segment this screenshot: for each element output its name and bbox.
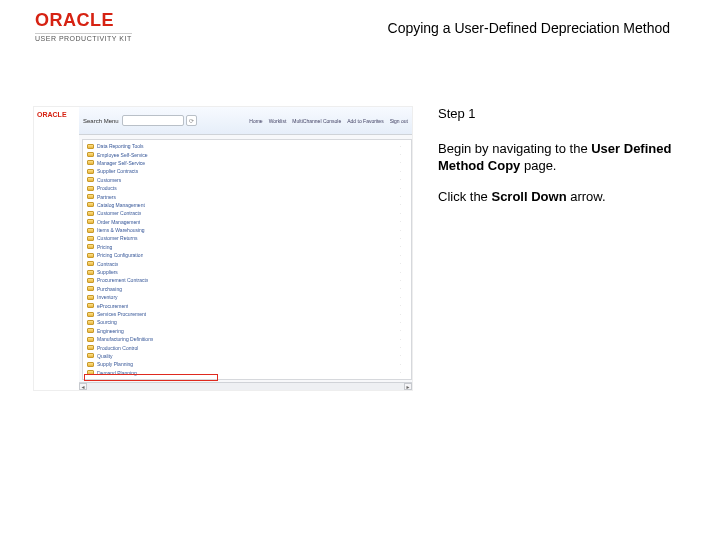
nav-tree-item-label: Customer Returns bbox=[97, 235, 138, 241]
link-fav[interactable]: Add to Favorites bbox=[347, 118, 383, 124]
expand-icon[interactable]: · bbox=[400, 261, 401, 266]
expand-icon[interactable]: · bbox=[400, 186, 401, 191]
link-home[interactable]: Home bbox=[249, 118, 262, 124]
expand-icon[interactable]: · bbox=[400, 236, 401, 241]
expand-icon[interactable]: · bbox=[400, 194, 401, 199]
nav-tree[interactable]: Data Reporting Tools·Employee Self-Servi… bbox=[82, 139, 412, 380]
folder-icon bbox=[87, 169, 94, 174]
expand-icon[interactable]: · bbox=[400, 278, 401, 283]
nav-tree-item-label: Contracts bbox=[97, 261, 118, 267]
callout-highlight bbox=[84, 374, 218, 381]
expand-icon[interactable]: · bbox=[400, 362, 401, 367]
link-worklist[interactable]: Worklist bbox=[269, 118, 287, 124]
expand-icon[interactable]: · bbox=[400, 228, 401, 233]
nav-tree-item[interactable]: Partners· bbox=[83, 192, 411, 200]
nav-tree-item[interactable]: Catalog Management· bbox=[83, 201, 411, 209]
nav-tree-item-label: Customer Contracts bbox=[97, 210, 141, 216]
folder-icon bbox=[87, 261, 94, 266]
nav-tree-item-label: Partners bbox=[97, 194, 116, 200]
scroll-left-button[interactable]: ◄ bbox=[79, 383, 87, 390]
folder-icon bbox=[87, 253, 94, 258]
upk-subtitle: USER PRODUCTIVITY KIT bbox=[35, 33, 132, 42]
nav-toolbar: Search Menu ⟳ Home Worklist MultiChannel… bbox=[79, 107, 412, 135]
nav-tree-item[interactable]: Supplier Contracts· bbox=[83, 167, 411, 175]
expand-icon[interactable]: · bbox=[400, 144, 401, 149]
nav-tree-item-label: Data Reporting Tools bbox=[97, 143, 144, 149]
nav-tree-item[interactable]: Employee Self-Service· bbox=[83, 150, 411, 158]
folder-icon bbox=[87, 295, 94, 300]
expand-icon[interactable]: · bbox=[400, 160, 401, 165]
folder-icon bbox=[87, 286, 94, 291]
expand-icon[interactable]: · bbox=[400, 286, 401, 291]
nav-tree-item[interactable]: Data Reporting Tools· bbox=[83, 142, 411, 150]
nav-tree-item[interactable]: Products· bbox=[83, 184, 411, 192]
nav-tree-item[interactable]: Customer Contracts· bbox=[83, 209, 411, 217]
nav-tree-item[interactable]: Services Procurement· bbox=[83, 310, 411, 318]
nav-tree-item[interactable]: Purchasing· bbox=[83, 285, 411, 293]
expand-icon[interactable]: · bbox=[400, 345, 401, 350]
oracle-logo: ORACLE bbox=[35, 10, 132, 31]
nav-tree-item[interactable]: Customer Returns· bbox=[83, 234, 411, 242]
folder-icon bbox=[87, 211, 94, 216]
search-go-button[interactable]: ⟳ bbox=[186, 115, 197, 126]
nav-tree-item-label: Supplier Contracts bbox=[97, 168, 138, 174]
folder-icon bbox=[87, 244, 94, 249]
link-signout[interactable]: Sign out bbox=[390, 118, 408, 124]
nav-tree-item[interactable]: Order Management· bbox=[83, 218, 411, 226]
expand-icon[interactable]: · bbox=[400, 152, 401, 157]
nav-tree-item[interactable]: Pricing Configuration· bbox=[83, 251, 411, 259]
nav-tree-item[interactable]: Customers· bbox=[83, 176, 411, 184]
expand-icon[interactable]: · bbox=[400, 337, 401, 342]
expand-icon[interactable]: · bbox=[400, 328, 401, 333]
nav-tree-item-label: Services Procurement bbox=[97, 311, 146, 317]
nav-tree-item[interactable]: Manufacturing Definitions· bbox=[83, 335, 411, 343]
nav-tree-item[interactable]: Suppliers· bbox=[83, 268, 411, 276]
nav-tree-item-label: Engineering bbox=[97, 328, 124, 334]
nav-tree-item-label: Catalog Management bbox=[97, 202, 145, 208]
expand-icon[interactable]: · bbox=[400, 312, 401, 317]
folder-icon bbox=[87, 186, 94, 191]
expand-icon[interactable]: · bbox=[400, 202, 401, 207]
expand-icon[interactable]: · bbox=[400, 303, 401, 308]
expand-icon[interactable]: · bbox=[400, 320, 401, 325]
nav-tree-item[interactable]: Production Control· bbox=[83, 343, 411, 351]
nav-tree-item[interactable]: Engineering· bbox=[83, 327, 411, 335]
folder-icon bbox=[87, 228, 94, 233]
nav-tree-item[interactable]: Inventory· bbox=[83, 293, 411, 301]
nav-tree-item[interactable]: Sourcing· bbox=[83, 318, 411, 326]
folder-icon bbox=[87, 320, 94, 325]
expand-icon[interactable]: · bbox=[400, 169, 401, 174]
expand-icon[interactable]: · bbox=[400, 253, 401, 258]
folder-icon bbox=[87, 144, 94, 149]
nav-tree-item[interactable]: Contracts· bbox=[83, 259, 411, 267]
nav-tree-item-label: Items & Warehousing bbox=[97, 227, 145, 233]
nav-tree-item[interactable]: Procurement Contracts· bbox=[83, 276, 411, 284]
expand-icon[interactable]: · bbox=[400, 177, 401, 182]
nav-tree-item-label: Manufacturing Definitions bbox=[97, 336, 153, 342]
expand-icon[interactable]: · bbox=[400, 379, 401, 380]
header-links: Home Worklist MultiChannel Console Add t… bbox=[249, 118, 408, 124]
expand-icon[interactable]: · bbox=[400, 295, 401, 300]
nav-tree-item[interactable]: eProcurement· bbox=[83, 301, 411, 309]
expand-icon[interactable]: · bbox=[400, 244, 401, 249]
instruction-line-1: Begin by navigating to the User Defined … bbox=[438, 141, 680, 175]
nav-tree-item-label: Production Control bbox=[97, 345, 138, 351]
nav-tree-item[interactable]: Pricing· bbox=[83, 243, 411, 251]
expand-icon[interactable]: · bbox=[400, 353, 401, 358]
nav-tree-item[interactable]: Quality· bbox=[83, 352, 411, 360]
search-input[interactable] bbox=[122, 115, 184, 126]
horizontal-scrollbar[interactable]: ◄ ► bbox=[79, 382, 412, 390]
link-mcc[interactable]: MultiChannel Console bbox=[292, 118, 341, 124]
nav-tree-item[interactable]: Manager Self-Service· bbox=[83, 159, 411, 167]
nav-tree-item-label: Manager Self-Service bbox=[97, 160, 145, 166]
expand-icon[interactable]: · bbox=[400, 370, 401, 375]
folder-icon bbox=[87, 362, 94, 367]
nav-tree-item[interactable]: Items & Warehousing· bbox=[83, 226, 411, 234]
nav-tree-item[interactable]: Supply Planning· bbox=[83, 360, 411, 368]
nav-tree-item-label: Products bbox=[97, 185, 117, 191]
nav-tree-item-label: Purchasing bbox=[97, 286, 122, 292]
expand-icon[interactable]: · bbox=[400, 219, 401, 224]
expand-icon[interactable]: · bbox=[400, 211, 401, 216]
scroll-right-button[interactable]: ► bbox=[404, 383, 412, 390]
expand-icon[interactable]: · bbox=[400, 270, 401, 275]
